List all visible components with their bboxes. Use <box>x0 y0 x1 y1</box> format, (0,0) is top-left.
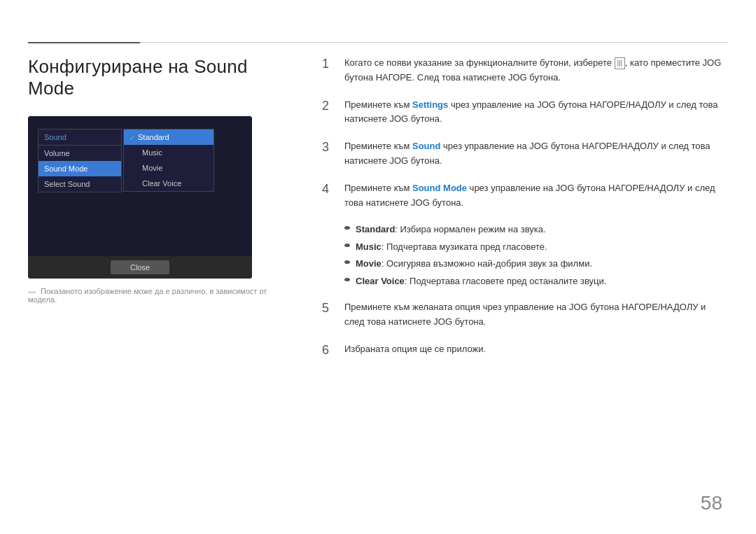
bullet-movie-text: Movie: Осигурява възможно най-добрия зву… <box>356 257 592 271</box>
bullet-music-text: Music: Подчертава музиката пред гласовет… <box>356 240 547 254</box>
bullet-music: Music: Подчертава музиката пред гласовет… <box>344 240 728 254</box>
page-title: Конфигуриране на Sound Mode <box>28 56 294 99</box>
submenu-item-movie[interactable]: Movie <box>124 160 214 176</box>
bullet-clearvoice-text: Clear Voice: Подчертава гласовете пред о… <box>356 274 606 288</box>
step-2-text: Преминете към Settings чрез управление н… <box>344 98 728 127</box>
step-1-number: 1 <box>322 56 335 72</box>
submenu-item-standard[interactable]: ✓ Standard <box>124 129 214 145</box>
check-icon: ✓ <box>130 134 135 141</box>
right-panel: 1 Когато се появи указание за функционал… <box>322 56 728 371</box>
bullet-movie: Movie: Осигурява възможно най-добрия зву… <box>344 257 728 271</box>
step-6-number: 6 <box>322 342 335 358</box>
note-dash: ― <box>28 287 36 295</box>
page-number: 58 <box>701 492 722 514</box>
monitor-simulation: Sound Volume Sound Mode Select Sound ✓ S… <box>28 116 252 279</box>
step-6: 6 Избраната опция ще се приложи. <box>322 342 728 358</box>
step-2: 2 Преминете към Settings чрез управление… <box>322 98 728 127</box>
step-6-text: Избраната опция ще се приложи. <box>344 342 486 357</box>
bullet-dot <box>344 278 350 281</box>
left-panel: Конфигуриране на Sound Mode Sound Volume… <box>28 56 294 304</box>
bullet-dot <box>344 244 350 247</box>
menu-header: Sound <box>38 129 121 146</box>
menu-item-selectsound[interactable]: Select Sound <box>38 176 121 192</box>
step-3-text: Преминете към Sound чрез управление на J… <box>344 139 728 169</box>
submenu-item-clearvoice[interactable]: Clear Voice <box>124 176 214 191</box>
step-5-number: 5 <box>322 300 335 316</box>
step-5-text: Преминете към желаната опция чрез управл… <box>344 300 728 330</box>
step-3-number: 3 <box>322 139 335 155</box>
step-5: 5 Преминете към желаната опция чрез упра… <box>322 300 728 330</box>
step-4-text: Преминете към Sound Mode чрез управление… <box>344 181 728 211</box>
step-1: 1 Когато се появи указание за функционал… <box>322 56 728 85</box>
bullet-dot <box>344 226 350 230</box>
step-4-number: 4 <box>322 181 335 197</box>
step-1-text: Когато се появи указание за функционални… <box>344 56 728 85</box>
close-button[interactable]: Close <box>111 260 169 274</box>
accent-divider <box>28 42 140 43</box>
bullet-standard: Standard: Избира нормален режим на звука… <box>344 223 728 237</box>
monitor-screen: Sound Volume Sound Mode Select Sound ✓ S… <box>28 116 252 256</box>
bullet-dot <box>344 260 350 264</box>
submenu-panel: ✓ Standard Music Movie Clear Voice <box>123 129 214 192</box>
note-line: ― Показаното изображение може да е разли… <box>28 287 294 304</box>
note-text: Показаното изображение може да е различн… <box>28 287 267 304</box>
step-4: 4 Преминете към Sound Mode чрез управлен… <box>322 181 728 211</box>
bullet-clearvoice: Clear Voice: Подчертава гласовете пред о… <box>344 274 728 288</box>
bullets-list: Standard: Избира нормален режим на звука… <box>344 223 728 288</box>
menu-item-volume[interactable]: Volume <box>38 146 121 161</box>
menu-panel: Sound Volume Sound Mode Select Sound <box>38 129 122 192</box>
bullet-standard-text: Standard: Избира нормален режим на звука… <box>356 223 546 237</box>
submenu-item-music[interactable]: Music <box>124 145 214 160</box>
menu-item-soundmode[interactable]: Sound Mode <box>38 161 121 176</box>
close-btn-area: Close <box>28 256 252 279</box>
step-2-number: 2 <box>322 98 335 114</box>
step-3: 3 Преминете към Sound чрез управление на… <box>322 139 728 169</box>
jog-icon: ||| <box>615 57 625 69</box>
